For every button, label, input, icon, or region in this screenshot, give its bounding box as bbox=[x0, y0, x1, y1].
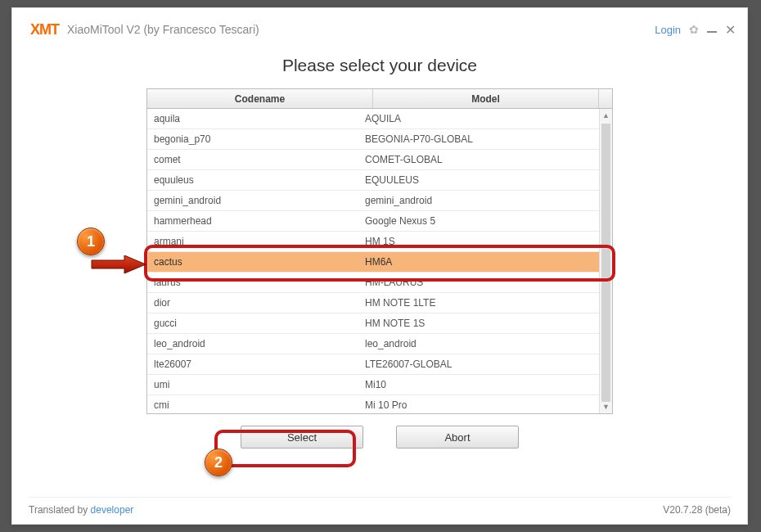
scroll-down-icon[interactable]: ▼ bbox=[600, 400, 612, 413]
cell-model: LTE26007-GLOBAL bbox=[362, 358, 612, 370]
cell-model: HM NOTE 1LTE bbox=[362, 297, 612, 309]
login-link[interactable]: Login bbox=[655, 24, 681, 36]
app-logo: XMT bbox=[30, 21, 59, 38]
cell-codename: gucci bbox=[147, 318, 362, 329]
cell-codename: leo_android bbox=[147, 338, 362, 349]
scroll-thumb[interactable] bbox=[601, 124, 610, 402]
device-table: Codename Model aquilaAQUILAbegonia_p70BE… bbox=[146, 88, 613, 414]
translator-link[interactable]: developer bbox=[91, 504, 134, 516]
cell-codename: comet bbox=[147, 154, 362, 165]
table-body: aquilaAQUILAbegonia_p70BEGONIA-P70-GLOBA… bbox=[147, 109, 612, 413]
cell-model: gemini_android bbox=[362, 195, 612, 206]
footer: Translated by developer V20.7.28 (beta) bbox=[29, 497, 731, 516]
titlebar: XMT XiaoMiTool V2 (by Francesco Tescari)… bbox=[12, 8, 747, 44]
table-row[interactable]: leo_androidleo_android bbox=[147, 334, 612, 354]
col-scroll-spacer bbox=[599, 89, 612, 108]
scroll-up-icon[interactable]: ▲ bbox=[600, 109, 612, 122]
cell-model: AQUILA bbox=[362, 113, 612, 124]
table-row[interactable]: cmiMi 10 Pro bbox=[147, 395, 612, 413]
cell-model: Google Nexus 5 bbox=[362, 215, 612, 227]
cell-codename: aquila bbox=[147, 113, 362, 124]
cell-model: COMET-GLOBAL bbox=[362, 154, 612, 165]
cell-model: leo_android bbox=[362, 338, 612, 349]
window-title: XiaoMiTool V2 (by Francesco Tescari) bbox=[67, 23, 259, 36]
minimize-button[interactable] bbox=[707, 31, 717, 33]
table-row[interactable]: laurusHM-LAURUS bbox=[147, 273, 612, 293]
close-button[interactable]: ✕ bbox=[725, 22, 736, 38]
logo-x: X bbox=[30, 21, 39, 38]
translated-prefix: Translated by bbox=[29, 504, 91, 516]
col-model[interactable]: Model bbox=[373, 89, 599, 108]
table-row[interactable]: equuleusEQUULEUS bbox=[147, 170, 612, 191]
col-codename[interactable]: Codename bbox=[147, 89, 373, 108]
cell-model: BEGONIA-P70-GLOBAL bbox=[362, 133, 612, 145]
cell-codename: gemini_android bbox=[147, 195, 362, 206]
cell-codename: hammerhead bbox=[147, 215, 362, 227]
table-row[interactable]: diorHM NOTE 1LTE bbox=[147, 293, 612, 313]
cell-model: HM6A bbox=[362, 256, 612, 268]
cell-model: EQUULEUS bbox=[362, 174, 612, 186]
cell-codename: laurus bbox=[147, 277, 362, 288]
table-row[interactable]: begonia_p70BEGONIA-P70-GLOBAL bbox=[147, 129, 612, 150]
cell-codename: begonia_p70 bbox=[147, 133, 362, 145]
cell-codename: umi bbox=[147, 379, 362, 390]
table-row[interactable]: hammerheadGoogle Nexus 5 bbox=[147, 211, 612, 232]
table-row[interactable]: umiMi10 bbox=[147, 375, 612, 395]
table-header: Codename Model bbox=[147, 89, 612, 109]
cell-model: Mi 10 Pro bbox=[362, 399, 612, 411]
cell-codename: armani bbox=[147, 236, 362, 247]
version-label: V20.7.28 (beta) bbox=[663, 504, 731, 516]
cell-model: HM-LAURUS bbox=[362, 277, 612, 288]
cell-codename: dior bbox=[147, 297, 362, 309]
translated-by-label: Translated by developer bbox=[29, 504, 133, 516]
logo-t: T bbox=[51, 21, 59, 38]
page-title: Please select your device bbox=[12, 56, 747, 75]
cell-codename: cmi bbox=[147, 399, 362, 411]
table-row[interactable]: cactusHM6A bbox=[147, 252, 612, 273]
table-row[interactable]: armaniHM 1S bbox=[147, 232, 612, 252]
cell-codename: cactus bbox=[147, 256, 362, 268]
cell-model: HM NOTE 1S bbox=[362, 318, 612, 329]
app-window: XMT XiaoMiTool V2 (by Francesco Tescari)… bbox=[11, 7, 748, 525]
cell-model: HM 1S bbox=[362, 236, 612, 247]
table-row[interactable]: aquilaAQUILA bbox=[147, 109, 612, 129]
scrollbar[interactable]: ▲ ▼ bbox=[599, 109, 612, 413]
cell-codename: equuleus bbox=[147, 174, 362, 186]
table-row[interactable]: cometCOMET-GLOBAL bbox=[147, 150, 612, 170]
abort-button[interactable]: Abort bbox=[396, 426, 519, 449]
button-bar: Select Abort bbox=[12, 426, 747, 449]
cell-codename: lte26007 bbox=[147, 358, 362, 370]
table-row[interactable]: gucciHM NOTE 1S bbox=[147, 313, 612, 334]
table-row[interactable]: gemini_androidgemini_android bbox=[147, 191, 612, 211]
gear-icon[interactable]: ✿ bbox=[689, 23, 699, 36]
cell-model: Mi10 bbox=[362, 379, 612, 390]
logo-m: M bbox=[39, 21, 51, 38]
select-button[interactable]: Select bbox=[241, 426, 363, 449]
table-row[interactable]: lte26007LTE26007-GLOBAL bbox=[147, 354, 612, 375]
